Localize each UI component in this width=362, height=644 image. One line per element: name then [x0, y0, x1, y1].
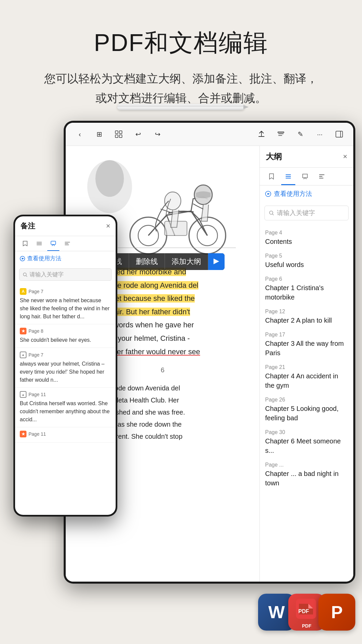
play-help-icon — [20, 256, 25, 261]
note-text: But Cristina herself was worried. She co… — [20, 399, 111, 424]
notes-help-text: 查看使用方法 — [27, 255, 61, 262]
pdf-app-label: PDF — [302, 623, 311, 629]
note-item[interactable]: ▲ Page 11 But Cristina herself was worri… — [15, 388, 116, 428]
note-text: She couldn't believe her eyes. — [20, 336, 111, 344]
more-button[interactable]: ··· — [312, 127, 327, 142]
note-badge-triangle: ▲ — [20, 391, 26, 398]
notes-panel-title: 备注 — [20, 221, 35, 231]
outline-help-link[interactable]: 查看使用方法 — [260, 185, 353, 202]
note-page: Page 7 — [28, 289, 43, 294]
note-page: Page 8 — [28, 328, 43, 334]
text-edit-button[interactable] — [274, 127, 288, 142]
phone-device: 备注 × — [13, 215, 117, 517]
outline-search-box[interactable]: 请输入关键字 — [264, 206, 349, 220]
search-icon — [269, 210, 274, 216]
outline-tab-bookmark[interactable] — [264, 171, 279, 185]
play-button[interactable]: ▶ — [208, 253, 225, 270]
outline-item[interactable]: Page 30 Chapter 6 Meet someone s... — [260, 426, 353, 459]
note-page: Page 11 — [28, 431, 46, 437]
layout1-button[interactable]: ⊞ — [92, 127, 107, 142]
svg-rect-5 — [336, 131, 343, 137]
outline-item[interactable]: Page 6 Chapter 1 Cristina's motorbike — [260, 273, 353, 305]
notes-tabs — [15, 236, 116, 251]
add-outline-button[interactable]: 添加大纲 — [165, 253, 208, 270]
svg-rect-4 — [278, 132, 284, 133]
note-item[interactable]: ★ Page 11 — [15, 427, 116, 443]
svg-text:PDF: PDF — [298, 608, 309, 614]
svg-rect-3 — [119, 135, 122, 138]
outline-close-button[interactable]: × — [343, 152, 347, 161]
note-page: Page 7 — [28, 352, 43, 358]
note-text: always wear your helmet, Cristina –every… — [20, 360, 111, 384]
sidebar-toggle-button[interactable] — [332, 127, 347, 142]
help-text: 查看使用方法 — [274, 190, 312, 198]
svg-rect-1 — [119, 131, 122, 133]
notes-tab-settings[interactable] — [61, 239, 73, 251]
outline-tab-comment[interactable] — [298, 171, 312, 185]
svg-point-21 — [23, 273, 26, 276]
undo-button[interactable]: ↩ — [131, 127, 145, 142]
outline-tabs — [260, 168, 353, 185]
pdf-icon-svg: PDF — [294, 597, 318, 621]
note-text: She never wore a helmet because she like… — [20, 297, 111, 321]
grid-button[interactable] — [111, 127, 126, 142]
outline-item[interactable]: Page 17 Chapter 3 All the way from Paris — [260, 328, 353, 361]
outline-list: Page 4 Contents Page 5 Useful words Page… — [260, 224, 353, 582]
outline-tab-list[interactable] — [281, 171, 295, 185]
ppt-app-icon[interactable]: P — [318, 594, 355, 631]
outline-panel: 大纲 × — [259, 146, 353, 582]
svg-rect-18 — [51, 241, 56, 245]
svg-rect-0 — [115, 131, 118, 133]
note-item[interactable]: ★ Page 8 She couldn't believe her eyes. — [15, 324, 116, 348]
note-badge-a: A — [20, 288, 26, 295]
toolbar: ‹ ⊞ ↩ ↪ — [66, 123, 353, 146]
stylus-decoration — [114, 101, 248, 114]
outline-item[interactable]: Page 4 Contents — [260, 226, 353, 250]
note-page: Page 11 — [28, 392, 46, 397]
outline-search-input[interactable]: 请输入关键字 — [277, 209, 315, 217]
svg-point-7 — [96, 160, 124, 197]
svg-marker-16 — [267, 193, 270, 195]
svg-rect-2 — [115, 135, 118, 138]
note-item[interactable]: ▲ Page 7 always wear your helmet, Cristi… — [15, 348, 116, 388]
notes-tab-bookmark[interactable] — [19, 239, 31, 251]
outline-item[interactable]: Page 5 Useful words — [260, 250, 353, 273]
strikethrough-button[interactable]: 删除线 — [129, 253, 165, 270]
notes-search-box[interactable]: 请输入关键字 — [19, 268, 112, 281]
note-badge-star: ★ — [20, 328, 26, 334]
notes-help-link[interactable]: 查看使用方法 — [15, 251, 116, 266]
notes-list: A Page 7 She never wore a helmet because… — [15, 283, 116, 515]
notes-close-button[interactable]: × — [106, 222, 110, 230]
mark-button[interactable]: ✎ — [293, 127, 308, 142]
notes-search-icon — [23, 272, 27, 277]
note-badge-triangle: ▲ — [20, 352, 26, 358]
devices-wrapper: ‹ ⊞ ↩ ↪ — [13, 121, 362, 644]
page-title: PDF和文档编辑 — [0, 27, 362, 59]
annotation-toolbar: 划线 删除线 添加大纲 ▶ — [101, 253, 225, 270]
svg-point-13 — [165, 192, 181, 210]
outline-item[interactable]: Page 26 Chapter 5 Looking good, feeling … — [260, 393, 353, 426]
notes-tab-list[interactable] — [33, 239, 45, 251]
svg-marker-20 — [22, 258, 24, 260]
notes-tab-comment[interactable] — [47, 239, 59, 251]
outline-tab-settings[interactable] — [315, 171, 329, 185]
redo-button[interactable]: ↪ — [150, 127, 165, 142]
outline-item[interactable]: Page 12 Chapter 2 A plan to kill — [260, 305, 353, 328]
outline-panel-title: 大纲 — [266, 151, 282, 162]
note-item[interactable]: A Page 7 She never wore a helmet because… — [15, 285, 116, 324]
app-icons-group: W PDF PDF P — [258, 594, 355, 631]
notes-search-placeholder[interactable]: 请输入关键字 — [29, 271, 64, 278]
share-button[interactable] — [254, 127, 269, 142]
outline-item[interactable]: Page 21 Chapter 4 An accident in the gym — [260, 361, 353, 393]
note-badge-star: ★ — [20, 431, 26, 437]
outline-item[interactable]: Page ... Chapter ... a bad night in town — [260, 459, 353, 491]
back-button[interactable]: ‹ — [72, 127, 87, 142]
